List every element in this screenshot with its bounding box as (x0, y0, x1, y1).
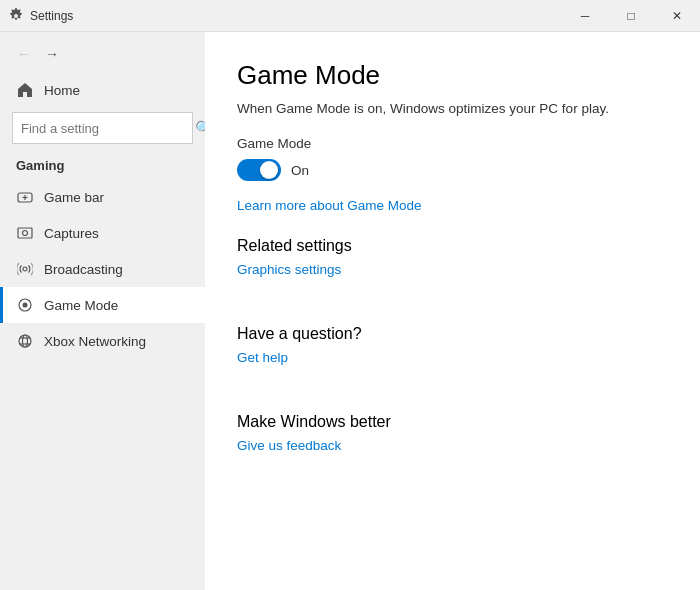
toggle-row: On (237, 159, 668, 181)
related-settings-heading: Related settings (237, 237, 668, 255)
back-button[interactable]: ← (12, 42, 36, 66)
svg-point-8 (19, 335, 31, 347)
feedback-link[interactable]: Give us feedback (237, 438, 341, 453)
forward-button[interactable]: → (40, 42, 64, 66)
make-better-section: Make Windows better Give us feedback (237, 413, 668, 477)
sidebar-nav: ← → (0, 32, 205, 72)
learn-more-link[interactable]: Learn more about Game Mode (237, 198, 422, 213)
titlebar-left: Settings (8, 8, 73, 24)
sidebar-item-game-mode[interactable]: Game Mode (0, 287, 205, 323)
sidebar-item-captures-label: Captures (44, 226, 99, 241)
question-heading: Have a question? (237, 325, 668, 343)
game-mode-icon (16, 296, 34, 314)
sidebar-item-captures[interactable]: Captures (0, 215, 205, 251)
toggle-knob (260, 161, 278, 179)
gaming-section-label: Gaming (0, 152, 205, 179)
game-mode-toggle[interactable] (237, 159, 281, 181)
broadcasting-icon (16, 260, 34, 278)
svg-point-4 (23, 231, 28, 236)
titlebar-title: Settings (30, 9, 73, 23)
search-box[interactable]: 🔍 (12, 112, 193, 144)
search-icon: 🔍 (195, 120, 205, 136)
game-mode-setting: Game Mode On (237, 136, 668, 189)
search-input[interactable] (21, 121, 189, 136)
app-body: ← → Home 🔍 Gaming (0, 32, 700, 590)
question-section: Have a question? Get help (237, 325, 668, 389)
svg-rect-3 (18, 228, 32, 238)
home-icon (16, 81, 34, 99)
get-help-link[interactable]: Get help (237, 350, 288, 365)
svg-point-7 (23, 303, 28, 308)
toggle-state-label: On (291, 163, 309, 178)
sidebar-item-game-bar-label: Game bar (44, 190, 104, 205)
graphics-settings-link[interactable]: Graphics settings (237, 262, 341, 277)
sidebar-item-home-label: Home (44, 83, 80, 98)
game-mode-label: Game Mode (237, 136, 668, 151)
sidebar-item-game-bar[interactable]: Game bar (0, 179, 205, 215)
settings-icon (8, 8, 24, 24)
titlebar-controls: ─ □ ✕ (562, 0, 700, 32)
xbox-networking-icon (16, 332, 34, 350)
page-subtitle: When Game Mode is on, Windows optimizes … (237, 101, 668, 116)
close-button[interactable]: ✕ (654, 0, 700, 32)
sidebar-item-broadcasting-label: Broadcasting (44, 262, 123, 277)
sidebar-item-home[interactable]: Home (0, 72, 205, 108)
page-title: Game Mode (237, 60, 668, 91)
svg-point-11 (23, 335, 28, 347)
maximize-button[interactable]: □ (608, 0, 654, 32)
titlebar: Settings ─ □ ✕ (0, 0, 700, 32)
sidebar-item-xbox-networking[interactable]: Xbox Networking (0, 323, 205, 359)
sidebar-item-xbox-networking-label: Xbox Networking (44, 334, 146, 349)
svg-point-5 (23, 267, 27, 271)
game-bar-icon (16, 188, 34, 206)
sidebar: ← → Home 🔍 Gaming (0, 32, 205, 590)
related-settings-section: Related settings Graphics settings (237, 237, 668, 301)
sidebar-item-broadcasting[interactable]: Broadcasting (0, 251, 205, 287)
sidebar-item-game-mode-label: Game Mode (44, 298, 118, 313)
captures-icon (16, 224, 34, 242)
main-content: Game Mode When Game Mode is on, Windows … (205, 32, 700, 590)
minimize-button[interactable]: ─ (562, 0, 608, 32)
make-better-heading: Make Windows better (237, 413, 668, 431)
